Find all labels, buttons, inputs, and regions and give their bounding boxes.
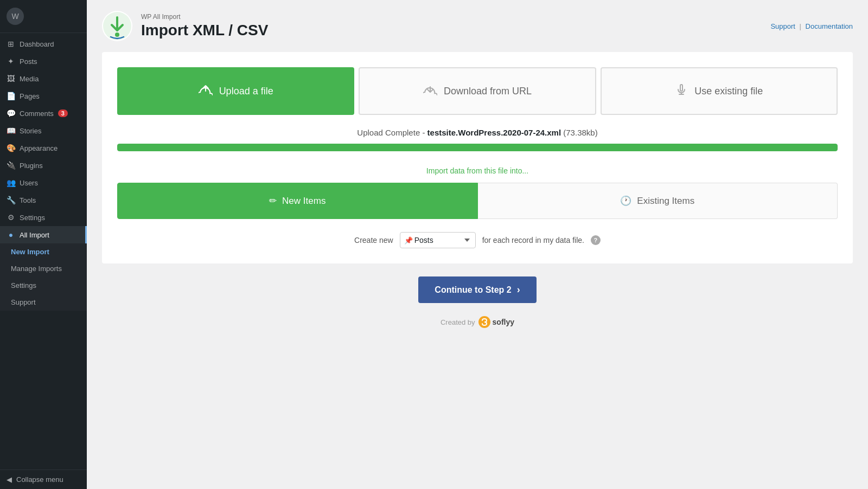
pages-icon: 📄 (7, 92, 15, 100)
soflyy-logo: soflyy (478, 316, 514, 328)
soflyy-icon (478, 316, 490, 328)
new-items-tab[interactable]: ✏ New Items (117, 183, 478, 219)
settings-icon: ⚙ (7, 213, 15, 222)
sidebar-item-pages[interactable]: 📄 Pages (0, 87, 87, 105)
comments-badge: 3 (58, 110, 68, 117)
existing-items-tab[interactable]: 🕐 Existing Items (478, 183, 838, 219)
sidebar: W ⊞ Dashboard ✦ Posts 🖼 Media 📄 Pages 💬 … (0, 0, 87, 489)
upload-filesize: (73.38kb) (563, 128, 597, 137)
sidebar-item-comments[interactable]: 💬 Comments 3 (0, 105, 87, 122)
all-import-submenu: New Import Manage Imports Settings Suppo… (0, 243, 87, 311)
comments-icon: 💬 (7, 109, 15, 118)
continue-wrap: Continue to Step 2 › (102, 276, 853, 303)
upload-status: Upload Complete - testsite.WordPress.202… (117, 128, 838, 137)
soflyy-text: soflyy (493, 318, 514, 326)
sidebar-item-support[interactable]: Support (0, 294, 87, 311)
sidebar-item-all-import[interactable]: ● All Import (0, 226, 87, 243)
collapse-icon: ◀ (7, 475, 12, 484)
plugins-icon: 🔌 (7, 161, 15, 170)
users-icon: 👥 (7, 178, 15, 187)
tools-icon: 🔧 (7, 196, 15, 204)
page-title: Import XML / CSV (141, 22, 268, 39)
sidebar-item-tools[interactable]: 🔧 Tools (0, 191, 87, 209)
import-card: Upload a file Download from URL (102, 52, 853, 263)
header-links: Support | Documentation (770, 22, 853, 30)
sidebar-item-users[interactable]: 👥 Users (0, 174, 87, 191)
collapse-menu-button[interactable]: ◀ Collapse menu (0, 469, 87, 489)
post-type-select-wrapper: 📌 Posts Pages Media Users (400, 232, 476, 248)
media-icon: 🖼 (7, 74, 15, 83)
page-title-block: WP All Import Import XML / CSV (141, 13, 268, 39)
post-type-select[interactable]: Posts Pages Media Users (400, 232, 476, 248)
existing-file-icon (675, 83, 688, 99)
appearance-icon: 🎨 (7, 144, 15, 152)
import-type-tabs: ✏ New Items 🕐 Existing Items (117, 183, 838, 219)
download-url-tab[interactable]: Download from URL (359, 67, 596, 115)
wp-logo-icon: W (7, 8, 24, 25)
sidebar-nav: ⊞ Dashboard ✦ Posts 🖼 Media 📄 Pages 💬 Co… (0, 33, 87, 469)
sidebar-item-settings[interactable]: ⚙ Settings (0, 209, 87, 226)
upload-file-tab[interactable]: Upload a file (117, 67, 354, 115)
created-by-text: Created by (441, 318, 475, 326)
new-items-icon: ✏ (269, 195, 277, 207)
help-icon[interactable]: ? (591, 235, 601, 245)
sidebar-item-dashboard[interactable]: ⊞ Dashboard (0, 35, 87, 53)
create-new-suffix: for each record in my data file. (482, 236, 584, 244)
sidebar-item-manage-imports[interactable]: Manage Imports (0, 260, 87, 277)
upload-cloud-icon (199, 83, 213, 99)
svg-point-2 (115, 33, 119, 37)
dashboard-icon: ⊞ (7, 40, 15, 48)
sidebar-item-appearance[interactable]: 🎨 Appearance (0, 139, 87, 157)
footer: Created by soflyy (102, 316, 853, 339)
support-link[interactable]: Support (770, 22, 795, 30)
upload-filename: testsite.WordPress.2020-07-24.xml (427, 128, 561, 137)
create-new-row: Create new 📌 Posts Pages Media Users for… (117, 232, 838, 248)
sidebar-item-new-import[interactable]: New Import (0, 243, 87, 260)
progress-bar-wrap (117, 144, 838, 151)
upload-tabs: Upload a file Download from URL (117, 67, 838, 115)
progress-bar-fill (117, 144, 838, 151)
main-content: WP All Import Import XML / CSV Support |… (87, 0, 868, 489)
plugin-name: WP All Import (141, 13, 268, 21)
header-sep: | (800, 22, 803, 30)
documentation-link[interactable]: Documentation (806, 22, 853, 30)
sidebar-item-stories[interactable]: 📖 Stories (0, 122, 87, 139)
sidebar-item-plugins[interactable]: 🔌 Plugins (0, 157, 87, 174)
posts-icon: ✦ (7, 57, 15, 66)
sidebar-logo: W (0, 0, 87, 33)
use-existing-tab[interactable]: Use existing file (601, 67, 838, 115)
download-url-icon (423, 83, 437, 99)
import-into-label: Import data from this file into... (117, 166, 838, 175)
all-import-icon: ● (7, 230, 15, 239)
plugin-logo-icon (102, 11, 132, 41)
sidebar-item-settings-sub[interactable]: Settings (0, 277, 87, 294)
continue-button[interactable]: Continue to Step 2 › (418, 276, 536, 303)
sidebar-item-posts[interactable]: ✦ Posts (0, 53, 87, 70)
existing-items-icon: 🕐 (620, 195, 631, 207)
page-header-left: WP All Import Import XML / CSV (102, 11, 268, 41)
stories-icon: 📖 (7, 126, 15, 135)
continue-arrow-icon: › (517, 284, 520, 295)
page-header: WP All Import Import XML / CSV Support |… (102, 11, 853, 41)
create-new-prefix: Create new (354, 236, 393, 244)
sidebar-item-media[interactable]: 🖼 Media (0, 70, 87, 87)
